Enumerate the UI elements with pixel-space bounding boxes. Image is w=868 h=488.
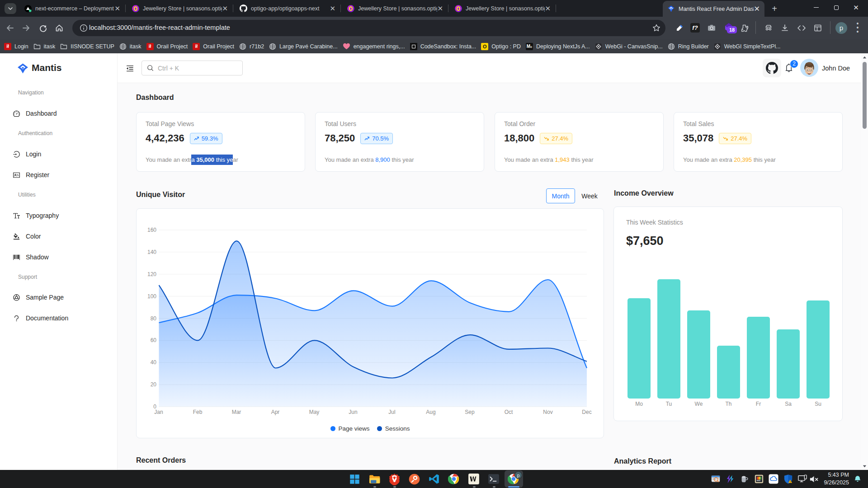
- svg-text:Fr: Fr: [756, 401, 761, 407]
- svg-text:Jul: Jul: [388, 409, 395, 415]
- svg-text:Jan: Jan: [154, 409, 163, 415]
- svg-text:Mo: Mo: [635, 401, 643, 407]
- svg-text:160: 160: [147, 227, 156, 233]
- svg-text:100: 100: [147, 293, 156, 300]
- svg-text:Nov: Nov: [543, 409, 552, 415]
- svg-text:Su: Su: [815, 401, 821, 407]
- svg-text:Feb: Feb: [193, 409, 203, 415]
- svg-text:We: We: [695, 401, 703, 407]
- svg-text:20: 20: [151, 381, 157, 388]
- svg-text:Mar: Mar: [232, 409, 241, 415]
- svg-text:120: 120: [147, 271, 156, 277]
- svg-text:Jun: Jun: [349, 409, 357, 415]
- svg-text:Dec: Dec: [582, 409, 591, 415]
- svg-text:Th: Th: [725, 401, 731, 407]
- svg-text:60: 60: [151, 337, 157, 343]
- svg-text:Apr: Apr: [271, 409, 280, 415]
- svg-text:140: 140: [147, 249, 156, 255]
- svg-text:40: 40: [151, 359, 157, 366]
- svg-text:Aug: Aug: [426, 409, 435, 415]
- svg-text:Sep: Sep: [465, 409, 475, 415]
- svg-text:May: May: [309, 409, 320, 415]
- svg-text:Sa: Sa: [785, 401, 792, 407]
- svg-text:80: 80: [151, 315, 157, 322]
- svg-text:Oct: Oct: [505, 409, 513, 415]
- svg-text:Tu: Tu: [666, 401, 672, 407]
